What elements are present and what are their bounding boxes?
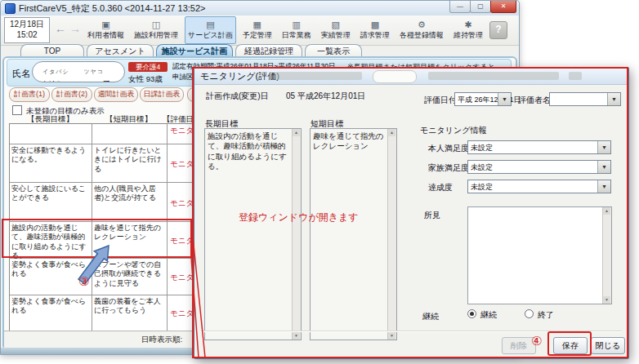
- scroll-down-icon[interactable]: ▼: [293, 332, 300, 340]
- plan-date-value: 05 平成26年12月01日: [286, 91, 365, 102]
- toolbar-button-service-plan[interactable]: ▤ サービス計画: [185, 16, 236, 44]
- wrench-icon: ✱: [464, 20, 471, 30]
- short-goal-cell[interactable]: トイレに行きたいときにはトイレに行ける: [92, 145, 166, 175]
- window-title: FirstCareV5_特定 5.0.360 <2014-11-27 13:52…: [19, 2, 206, 15]
- self-satisfaction-dropdown[interactable]: 未設定 ▼: [467, 140, 611, 154]
- window-titlebar[interactable]: FirstCareV5_特定 5.0.360 <2014-11-27 13:52…: [1, 1, 519, 16]
- scrollbar[interactable]: ▲▼: [292, 129, 301, 340]
- toolbar-button-results[interactable]: ▧ 実績管理: [318, 16, 354, 44]
- long-goal-textbox[interactable]: 施設内の活動を通じて、趣味活動が積極的に取り組めるようにする。 ▲▼: [204, 128, 302, 340]
- short-goal-textbox[interactable]: 趣味を通じて指先のレクレーション ▲▼: [310, 128, 397, 340]
- plan-date-label: 計画作成(変更)日: [206, 91, 269, 102]
- chevron-down-icon: ▼: [597, 161, 610, 173]
- long-goal-cell[interactable]: 安心して施設にいることができる: [10, 184, 91, 204]
- furigana-mei: ツヤコ: [83, 68, 104, 76]
- tab-top[interactable]: TOP: [20, 44, 84, 57]
- long-goal-cell[interactable]: [10, 125, 91, 127]
- furigana-sei: イタバシ: [42, 68, 80, 76]
- tab-progress-record[interactable]: 経過記録管理: [235, 44, 302, 57]
- maximize-button[interactable]: ▢: [470, 1, 491, 13]
- dialog-titlebar[interactable]: モニタリング(評価): [194, 68, 628, 85]
- scroll-up-icon[interactable]: ▲: [388, 129, 395, 136]
- remarks-label: 所見: [424, 210, 440, 221]
- chevron-down-icon: ▼: [597, 141, 610, 153]
- short-goal-cell[interactable]: スプーンや箸での自己摂取が継続できるように見守る: [92, 260, 166, 289]
- scrollbar[interactable]: ▲▼: [602, 207, 611, 304]
- continue-label: 継続: [422, 311, 439, 322]
- family-satisfaction-dropdown[interactable]: 未設定 ▼: [467, 160, 611, 174]
- family-satisfaction-label: 家族満足度: [428, 162, 469, 174]
- billing-icon: ▩: [371, 20, 379, 30]
- dialog-separator: [201, 331, 622, 332]
- redacted-area: [428, 72, 559, 80]
- short-goal-cell[interactable]: [92, 125, 166, 127]
- toolbar-buttons: ▣ 利用者情報 ◫ 施設利用管理 ▤ サービス計画 ▦ 予定管理 ▥ 日常業: [84, 16, 507, 44]
- eval-date-dropdown[interactable]: 平成 26年12月01日 ▼: [454, 92, 512, 106]
- main-toolbar: 12月18日 15:02 ← → ▣ 利用者情報 ◫ 施設利用管理 ▤ サービス…: [1, 16, 519, 46]
- remarks-textarea[interactable]: ▲▼: [467, 206, 612, 304]
- save-button[interactable]: 保存: [553, 337, 588, 354]
- scroll-up-icon[interactable]: ▲: [603, 207, 610, 215]
- forward-arrow-icon[interactable]: →: [69, 22, 81, 35]
- monitoring-info-label: モニタリング情報: [420, 125, 486, 136]
- short-goal-cell[interactable]: 義歯の装着をご本人に行ってもらう: [92, 296, 166, 317]
- results-icon: ▧: [332, 20, 340, 30]
- scroll-down-icon[interactable]: ▼: [603, 296, 610, 304]
- redacted-area: [569, 72, 582, 80]
- long-goal-cell[interactable]: 姿勢よく食事が食べられる: [10, 260, 91, 280]
- achievement-dropdown[interactable]: 未設定 ▼: [467, 180, 611, 193]
- scrollbar[interactable]: ▲▼: [387, 129, 396, 340]
- radio-unselected-icon[interactable]: [525, 309, 534, 318]
- tab-assessment[interactable]: アセスメント: [87, 44, 154, 57]
- subtab-plan1[interactable]: 計画書(1): [9, 87, 50, 102]
- redacted-area: [276, 72, 362, 80]
- unregistered-goals-checkbox[interactable]: [12, 105, 22, 115]
- date-time-display: 12月18日 15:02: [4, 17, 50, 43]
- evaluator-dropdown[interactable]: ▼: [549, 92, 621, 106]
- radio-end[interactable]: 終了: [525, 309, 554, 321]
- long-goal-cell[interactable]: 姿勢よく食事が食べられる: [10, 296, 91, 317]
- toolbar-button-user-info[interactable]: ▣ 利用者情報: [84, 16, 127, 44]
- toolbar-button-daily-work[interactable]: ▥ 日常業務: [279, 16, 315, 44]
- long-goal-cell[interactable]: 施設内の活動を通じて、趣味活動が積極的に取り組めるようにする。: [10, 223, 91, 261]
- dialog-close-button[interactable]: 閉じる: [591, 337, 625, 354]
- toolbar-button-facility-use[interactable]: ◫ 施設利用管理: [131, 16, 181, 44]
- toolbar-button-maintenance[interactable]: ✱ 維持管理: [450, 16, 486, 44]
- scroll-down-icon[interactable]: ▼: [388, 332, 395, 340]
- toolbar-button-schedule[interactable]: ▦ 予定管理: [239, 16, 275, 44]
- current-time: 15:02: [5, 29, 49, 40]
- name-label: 氏名: [12, 68, 30, 80]
- chevron-down-icon: ▼: [607, 93, 620, 105]
- radio-selected-icon[interactable]: [467, 309, 476, 318]
- minimize-button[interactable]: —: [449, 1, 471, 13]
- redacted-area: [373, 70, 417, 83]
- long-goal-cell[interactable]: 安全に移動できるようになる。: [10, 145, 91, 166]
- toolbar-button-registration[interactable]: ⚙ 各種登録情報: [396, 16, 447, 44]
- delete-button[interactable]: 削除: [502, 337, 536, 354]
- subtab-plan2[interactable]: 計画書(2): [51, 87, 92, 102]
- subtab-weekly-plan[interactable]: 週間計画表: [94, 87, 138, 102]
- patient-sex-age: 女性 93歳: [128, 74, 163, 85]
- scroll-up-icon[interactable]: ▲: [293, 129, 300, 136]
- short-goal-cell[interactable]: 趣味を通じて指先のレクレーション: [92, 223, 166, 243]
- patient-mei: つや子: [83, 81, 111, 82]
- tab-facility-service-plan[interactable]: 施設サービス計画: [156, 44, 233, 57]
- radio-continue[interactable]: 継続: [467, 309, 497, 321]
- toolbar-button-billing[interactable]: ▩ 請求管理: [357, 16, 393, 44]
- current-date: 12月18日: [5, 19, 49, 29]
- chevron-down-icon: ▼: [597, 180, 610, 193]
- evaluator-label: 評価者名: [518, 95, 551, 106]
- close-button[interactable]: ✕: [490, 1, 516, 13]
- back-arrow-icon[interactable]: ←: [55, 22, 66, 35]
- patient-name-capsule: イタバシ ツヤコ 板橋 つや子: [32, 61, 125, 82]
- short-goal-cell[interactable]: 他の人(職員や入居者)と交流が持てる: [92, 184, 166, 204]
- facility-icon: ◫: [152, 20, 160, 30]
- monitoring-dialog: モニタリング(評価) 計画作成(変更)日 05 平成26年12月01日 評価日付…: [194, 67, 629, 359]
- care-level-badge: 要介護4: [128, 62, 168, 72]
- subtab-daily-plan[interactable]: 日課計画表: [140, 87, 184, 102]
- tab-list-view[interactable]: 一覧表示: [305, 44, 362, 57]
- app-icon: [5, 3, 16, 14]
- help-button[interactable]: ?: [489, 21, 507, 39]
- eval-date-label: 評価日付: [424, 95, 457, 106]
- screenshot-canvas: FirstCareV5_特定 5.0.360 <2014-11-27 13:52…: [0, 0, 639, 364]
